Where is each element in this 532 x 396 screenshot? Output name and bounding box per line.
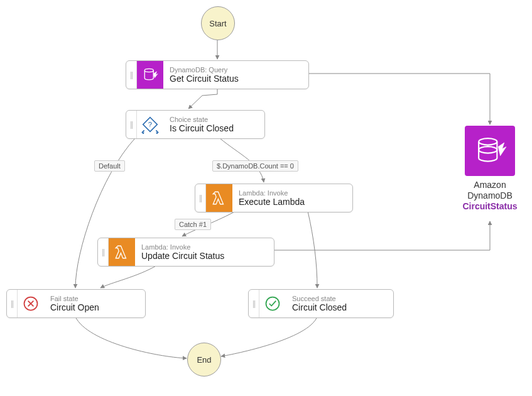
state-type-label: Lambda: Invoke [239,189,305,197]
state-title: Get Circuit Status [170,74,239,84]
edge-label-default: Default [94,160,125,172]
svg-point-3 [266,297,280,311]
start-terminal[interactable]: Start [201,6,235,40]
drag-grip-icon: || [126,111,137,138]
resource-label-line1: Amazon [452,180,528,190]
fail-icon [18,290,44,317]
svg-point-0 [144,69,153,72]
svg-point-5 [479,146,497,153]
start-label: Start [209,19,226,28]
drag-grip-icon: || [195,184,206,212]
svg-point-4 [479,138,497,145]
state-type-label: Lambda: Invoke [141,243,224,251]
lambda-icon [206,184,232,212]
state-type-label: DynamoDB: Query [170,66,239,74]
resource-sublabel: CircuitStatus [452,201,528,211]
state-circuit-open[interactable]: || Fail state Circuit Open [6,289,146,318]
dynamodb-service-icon [465,126,515,176]
lambda-icon [109,238,135,266]
state-title: Is Circuit Closed [170,123,234,133]
dynamodb-icon [137,61,163,89]
edge-label-condition: $.DynamoDB.Count == 0 [212,160,298,172]
state-title: Execute Lambda [239,197,305,207]
choice-icon: ? [137,111,163,138]
succeed-icon [259,290,286,317]
state-type-label: Fail state [50,295,99,303]
drag-grip-icon: || [7,290,18,317]
state-type-label: Succeed state [292,295,347,303]
state-type-label: Choice state [170,116,234,124]
state-title: Circuit Closed [292,302,347,312]
resource-dynamodb[interactable]: Amazon DynamoDB CircuitStatus [452,126,528,211]
state-get-circuit-status[interactable]: || DynamoDB: Query Get Circuit Status [126,60,309,89]
drag-grip-icon: || [249,290,259,317]
state-is-circuit-closed[interactable]: || ? Choice state Is Circuit Closed [126,110,265,139]
resource-label-line2: DynamoDB [452,190,528,201]
end-label: End [197,355,211,365]
state-title: Circuit Open [50,302,99,312]
state-title: Update Circuit Status [141,251,224,261]
svg-text:?: ? [148,121,152,128]
drag-grip-icon: || [126,61,137,89]
state-circuit-closed[interactable]: || Succeed state Circuit Closed [248,289,394,318]
state-execute-lambda[interactable]: || Lambda: Invoke Execute Lambda [195,184,353,212]
end-terminal[interactable]: End [187,343,221,377]
edge-label-catch: Catch #1 [175,219,211,230]
state-update-circuit-status[interactable]: || Lambda: Invoke Update Circuit Status [97,238,274,267]
drag-grip-icon: || [98,238,109,266]
